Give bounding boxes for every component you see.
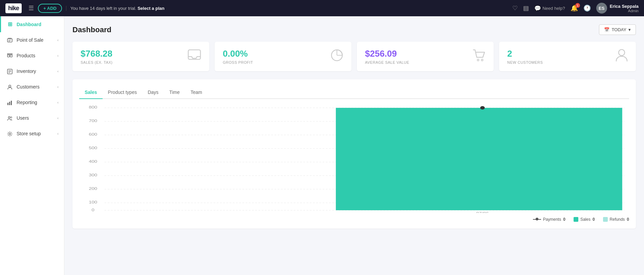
chart-area: 800 700 600 500 400 300 200 100 0 xyxy=(79,104,629,213)
svg-rect-4 xyxy=(7,55,9,57)
calendar-icon: 📅 xyxy=(604,27,609,32)
sidebar-label-reporting: Reporting xyxy=(17,100,37,105)
sidebar-label-products: Products xyxy=(17,53,35,58)
svg-rect-7 xyxy=(10,54,12,55)
inventory-icon xyxy=(6,68,13,74)
sidebar-item-products[interactable]: Products ‹ xyxy=(0,48,64,63)
avg-sale-label: AVERAGE SALE VALUE xyxy=(365,60,409,64)
svg-text:07/06: 07/06 xyxy=(476,211,489,213)
tab-time[interactable]: Time xyxy=(164,86,185,99)
avg-sale-value: $256.09 xyxy=(365,48,409,59)
stat-card-avg-info: $256.09 AVERAGE SALE VALUE xyxy=(365,48,409,64)
svg-point-24 xyxy=(481,59,483,61)
sidebar-item-inventory[interactable]: Inventory ‹ xyxy=(0,63,64,79)
chevron-icon: ‹ xyxy=(57,85,59,89)
svg-rect-6 xyxy=(7,54,9,55)
stat-card-sales-info: $768.28 SALES (EX. TAX) xyxy=(81,48,113,64)
sidebar-item-reporting[interactable]: Reporting ‹ xyxy=(0,95,64,110)
store-setup-icon xyxy=(6,131,13,137)
sidebar-label-dashboard: Dashboard xyxy=(17,22,41,27)
notifications-icon[interactable]: 🔔 1 xyxy=(571,4,578,12)
legend-refunds-box xyxy=(603,217,608,222)
chevron-down-icon: ▾ xyxy=(628,27,631,32)
svg-text:100: 100 xyxy=(89,200,97,204)
sidebar-label-customers: Customers xyxy=(17,84,40,90)
svg-text:300: 300 xyxy=(89,173,97,177)
svg-text:500: 500 xyxy=(89,146,97,150)
top-navbar: hike ☰ + ADD You have 14 days left in yo… xyxy=(0,0,644,16)
sidebar-label-pos: Point of Sale xyxy=(17,37,43,43)
main-content: Dashboard 📅 TODAY ▾ $768.28 SALES (EX. T… xyxy=(64,16,644,275)
user-info-text: Erica Seppala Admin xyxy=(610,4,639,13)
user-menu[interactable]: ES Erica Seppala Admin xyxy=(596,3,639,14)
messages-icon[interactable]: ▤ xyxy=(523,4,529,12)
users-icon xyxy=(6,115,13,121)
sidebar-item-dashboard[interactable]: ⊞ Dashboard xyxy=(0,16,64,32)
today-filter-button[interactable]: 📅 TODAY ▾ xyxy=(599,24,636,35)
select-plan-link[interactable]: Select a plan xyxy=(137,6,164,11)
svg-rect-13 xyxy=(7,103,8,105)
svg-rect-15 xyxy=(11,101,12,105)
sidebar-label-inventory: Inventory xyxy=(17,68,36,74)
logo: hike xyxy=(5,3,22,13)
products-icon xyxy=(6,53,13,59)
chevron-icon: ‹ xyxy=(57,132,59,136)
stat-card-new-customers: 2 NEW CUSTOMERS xyxy=(499,42,636,71)
help-icon[interactable]: 💬 Need help? xyxy=(534,5,565,12)
stat-card-nc-info: 2 NEW CUSTOMERS xyxy=(507,48,543,64)
legend-payments-label: Payments xyxy=(543,217,561,222)
svg-text:600: 600 xyxy=(89,132,97,137)
sidebar-item-store-setup[interactable]: Store setup ‹ xyxy=(0,126,64,141)
svg-rect-0 xyxy=(7,39,12,42)
svg-point-25 xyxy=(619,50,625,56)
favorites-icon[interactable]: ♡ xyxy=(512,4,518,12)
legend-sales-count: 0 xyxy=(593,217,595,222)
cart-icon xyxy=(473,49,486,64)
pos-icon xyxy=(6,37,13,43)
legend-sales-box xyxy=(574,217,578,222)
chevron-icon: ‹ xyxy=(57,116,59,120)
chevron-icon: ‹ xyxy=(57,100,59,104)
legend-sales-label: Sales xyxy=(580,217,591,222)
person-icon xyxy=(616,49,628,64)
clock-icon[interactable]: 🕐 xyxy=(583,4,591,12)
svg-point-17 xyxy=(10,117,12,118)
sales-chart: 800 700 600 500 400 300 200 100 0 xyxy=(79,104,629,213)
svg-point-12 xyxy=(9,85,11,87)
sidebar-item-users[interactable]: Users ‹ xyxy=(0,110,64,126)
add-button[interactable]: + ADD xyxy=(38,4,62,13)
sidebar-label-users: Users xyxy=(17,115,29,121)
svg-rect-5 xyxy=(10,55,12,57)
stat-cards-row: $768.28 SALES (EX. TAX) 0.00% GROSS PROF… xyxy=(72,42,636,71)
tab-sales[interactable]: Sales xyxy=(79,86,103,99)
today-label: TODAY xyxy=(611,27,626,32)
trial-message: You have 14 days left in your trial. Sel… xyxy=(66,6,165,11)
svg-point-18 xyxy=(9,133,11,135)
sales-value: $768.28 xyxy=(81,48,113,59)
tab-days[interactable]: Days xyxy=(142,86,164,99)
user-role: Admin xyxy=(610,9,639,13)
customers-icon xyxy=(6,84,13,90)
chart-tabs: Sales Product types Days Time Team xyxy=(79,86,629,99)
svg-point-16 xyxy=(8,116,10,118)
sidebar-item-customers[interactable]: Customers ‹ xyxy=(0,79,64,95)
notification-badge: 1 xyxy=(575,3,580,8)
sidebar-item-point-of-sale[interactable]: Point of Sale ‹ xyxy=(0,32,64,48)
sidebar: ⊞ Dashboard Point of Sale ‹ xyxy=(0,16,64,275)
chevron-icon: ‹ xyxy=(57,38,59,42)
tab-team[interactable]: Team xyxy=(185,86,208,99)
stat-card-avg-sale: $256.09 AVERAGE SALE VALUE xyxy=(357,42,494,71)
tab-product-types[interactable]: Product types xyxy=(103,86,143,99)
legend-payments-count: 0 xyxy=(563,217,565,222)
svg-text:200: 200 xyxy=(89,186,97,191)
reporting-icon xyxy=(6,99,13,105)
avatar: ES xyxy=(596,3,607,14)
svg-point-23 xyxy=(477,59,479,61)
stat-card-sales: $768.28 SALES (EX. TAX) xyxy=(72,42,209,71)
menu-icon[interactable]: ☰ xyxy=(28,4,34,12)
pie-chart-icon xyxy=(330,49,343,64)
topnav-right: ♡ ▤ 💬 Need help? 🔔 1 🕐 ES Erica Seppala … xyxy=(512,3,639,14)
stat-card-gross-profit: 0.00% GROSS PROFIT xyxy=(215,42,351,71)
svg-rect-1 xyxy=(8,38,12,39)
legend-refunds-count: 0 xyxy=(627,217,629,222)
